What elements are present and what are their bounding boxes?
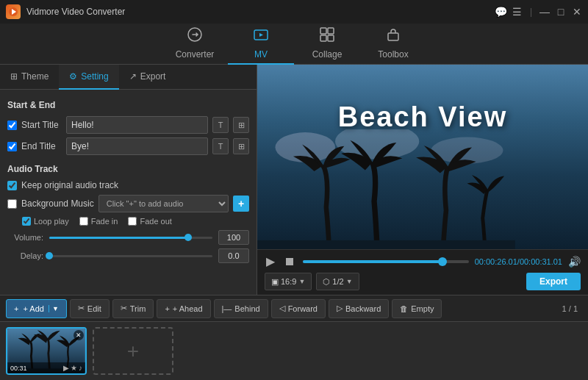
subtab-theme[interactable]: ⊞ Theme [0, 65, 59, 90]
fade-out-label: Fade out [140, 217, 171, 226]
tab-collage-label: Collage [312, 49, 343, 60]
play-button[interactable]: ▶ [265, 254, 276, 268]
end-title-grid-btn[interactable]: ⊞ [233, 138, 249, 154]
add-button[interactable]: + + Add ▼ [6, 299, 67, 318]
palm-silhouette [257, 129, 515, 249]
bg-music-checkbox[interactable] [7, 199, 17, 209]
tab-toolbox[interactable]: Toolbox [360, 24, 426, 65]
backward-button[interactable]: ▷ Backward [329, 299, 389, 318]
fade-out-option: Fade out [128, 217, 171, 226]
export-icon: ↗ [129, 71, 137, 82]
end-title-input[interactable] [66, 137, 208, 155]
title-bar: Vidmore Video Converter 💬 ☰ | — □ ✕ [0, 0, 588, 24]
time-display: 00:00:26.01/00:00:31.01 [475, 257, 562, 266]
behind-button[interactable]: |— Behind [214, 299, 268, 318]
minimize-button[interactable]: — [539, 7, 550, 17]
add-media-icon: + [127, 340, 139, 363]
empty-button[interactable]: 🗑 Empty [392, 299, 442, 318]
delay-label: Delay: [10, 251, 43, 260]
right-panel: Beach View ▶ ⏹ 00:00:26.01/00:00:31.01 🔊 [257, 65, 588, 295]
loop-play-option: Loop play [22, 217, 69, 226]
tab-converter[interactable]: Converter [162, 24, 228, 65]
video-title: Beach View [338, 101, 508, 133]
subtab-setting[interactable]: ⚙ Setting [59, 65, 118, 90]
tab-mv-label: MV [254, 49, 268, 60]
add-audio-btn[interactable]: + [233, 196, 249, 212]
keep-original-row: Keep original audio track [7, 180, 249, 190]
aspect-ratio-icon: ▣ [271, 277, 279, 287]
svg-rect-4 [320, 28, 326, 34]
stop-button[interactable]: ⏹ [282, 255, 297, 268]
svg-rect-7 [328, 35, 334, 41]
audio-options-row: Loop play Fade in Fade out [22, 217, 249, 226]
tab-mv[interactable]: MV [228, 24, 294, 65]
keep-original-checkbox[interactable] [7, 181, 17, 190]
chat-button[interactable]: 💬 [496, 7, 506, 17]
end-title-checkbox[interactable] [7, 142, 17, 151]
add-media-button[interactable]: + [93, 327, 173, 375]
panel-content: Start & End Start Title T ⊞ End Titl [0, 90, 257, 295]
add-dropdown-arrow[interactable]: ▼ [49, 305, 59, 312]
forward-icon: ◁ [279, 304, 285, 313]
export-button[interactable]: Export [526, 273, 581, 290]
app-icon [6, 4, 21, 19]
ahead-icon: + [165, 304, 169, 313]
start-title-grid-btn[interactable]: ⊞ [233, 117, 249, 133]
close-button[interactable]: ✕ [572, 7, 582, 17]
start-title-input[interactable] [66, 116, 208, 134]
main-layout: ⊞ Theme ⚙ Setting ↗ Export Start & End [0, 65, 588, 380]
subtab-export-label: Export [140, 71, 166, 82]
edit-button[interactable]: ✂ Edit [70, 299, 110, 318]
thumb-close-btn[interactable]: ✕ [74, 330, 84, 340]
ratio-selector[interactable]: ▣ 16:9 ▼ [265, 273, 312, 290]
delay-slider[interactable] [49, 255, 212, 257]
subtab-export[interactable]: ↗ Export [119, 65, 176, 90]
progress-track[interactable] [303, 260, 469, 263]
toolbox-icon [385, 26, 401, 46]
thumb-play-icon: ▶ [63, 364, 69, 372]
ahead-button[interactable]: + + Ahead [157, 299, 210, 318]
menu-button[interactable]: ☰ [512, 7, 523, 17]
thumb-overlay: 00:31 ▶ ★ ♪ [7, 362, 85, 373]
subtab-theme-label: Theme [21, 71, 49, 82]
bg-music-row: Background Music Click "+" to add audio … [7, 195, 249, 212]
mv-icon [253, 26, 269, 46]
tab-collage[interactable]: Collage [294, 24, 360, 65]
video-area: Beach View [257, 65, 588, 249]
thumb-duration: 00:31 [10, 365, 27, 372]
content-area: ⊞ Theme ⚙ Setting ↗ Export Start & End [0, 65, 588, 295]
tab-converter-label: Converter [176, 49, 215, 60]
loop-play-label: Loop play [34, 217, 69, 226]
end-title-text-btn[interactable]: T [212, 138, 229, 154]
start-end-title: Start & End [7, 100, 249, 110]
trim-button[interactable]: ✂ Trim [112, 299, 154, 318]
trim-icon: ✂ [121, 304, 127, 313]
tab-toolbox-label: Toolbox [378, 49, 408, 60]
maximize-button[interactable]: □ [556, 7, 566, 17]
volume-slider[interactable] [49, 237, 212, 239]
left-panel: ⊞ Theme ⚙ Setting ↗ Export Start & End [0, 65, 257, 295]
video-controls: ▶ ⏹ 00:00:26.01/00:00:31.01 🔊 ▣ [257, 249, 588, 295]
delay-row: Delay: 0.0 [10, 248, 249, 263]
start-title-checkbox[interactable] [7, 121, 17, 130]
converter-icon [187, 26, 203, 46]
fade-out-checkbox[interactable] [128, 217, 137, 226]
start-title-text-btn[interactable]: T [212, 117, 229, 133]
backward-icon: ▷ [337, 304, 343, 313]
page-counter: 1 / 1 [562, 304, 582, 313]
theme-icon: ⊞ [10, 71, 18, 82]
fade-in-label: Fade in [91, 217, 118, 226]
track-selector[interactable]: ⬡ 1/2 ▼ [316, 273, 359, 290]
bg-music-dropdown[interactable]: Click "+" to add audio [98, 195, 229, 212]
subtab-setting-label: Setting [81, 71, 108, 82]
start-title-row: Start Title T ⊞ [7, 116, 249, 134]
track-icon: ⬡ [323, 277, 330, 287]
volume-icon[interactable]: 🔊 [568, 256, 581, 268]
loop-play-checkbox[interactable] [22, 217, 31, 226]
forward-button[interactable]: ◁ Forward [271, 299, 326, 318]
fade-in-checkbox[interactable] [79, 217, 88, 226]
media-thumbnail[interactable]: 00:31 ▶ ★ ♪ ✕ [6, 327, 87, 375]
progress-bar-container: ▶ ⏹ 00:00:26.01/00:00:31.01 🔊 [265, 254, 581, 268]
svg-rect-5 [328, 28, 334, 34]
collage-icon [319, 26, 335, 46]
